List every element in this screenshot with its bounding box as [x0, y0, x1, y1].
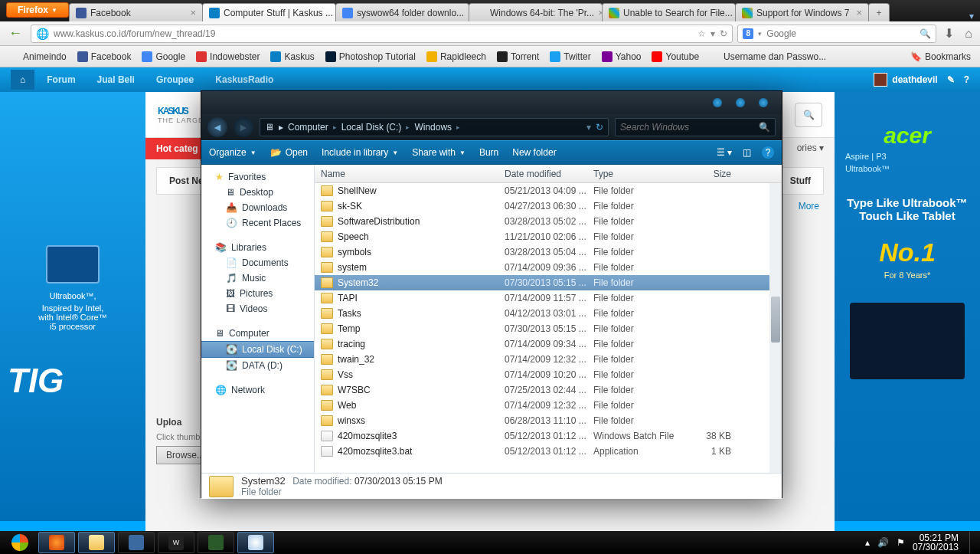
- taskbar-app-explorer[interactable]: [78, 532, 115, 553]
- nav-item[interactable]: 🖼Pictures: [201, 286, 314, 301]
- nav-link[interactable]: Jual Beli: [88, 70, 144, 90]
- column-type[interactable]: Type: [593, 169, 678, 179]
- file-row[interactable]: ShellNew05/21/2013 04:09 ...File folder: [315, 183, 782, 198]
- open-button[interactable]: 📂Open: [270, 147, 308, 158]
- search-icon[interactable]: 🔍: [759, 122, 770, 133]
- window-titlebar[interactable]: [201, 91, 782, 114]
- url-bar[interactable]: 🌐 ☆ ▾ ↻: [31, 25, 733, 43]
- taskbar-app[interactable]: [198, 532, 234, 553]
- dropdown-icon[interactable]: ▾: [586, 122, 591, 133]
- nav-group-network[interactable]: 🌐Network: [201, 382, 314, 398]
- file-row[interactable]: twain_3207/14/2009 12:32 ...File folder: [315, 352, 782, 367]
- close-icon[interactable]: ×: [190, 7, 196, 18]
- forward-button[interactable]: ►: [234, 117, 253, 137]
- user-menu[interactable]: deathdevil: [874, 73, 937, 87]
- browser-tab[interactable]: Support for Windows 7×: [735, 3, 869, 21]
- nav-item[interactable]: 🎵Music: [201, 270, 314, 286]
- preview-pane-button[interactable]: ◫: [743, 147, 751, 158]
- bookmark-item[interactable]: Kaskus: [266, 50, 318, 64]
- browser-tab[interactable]: syswow64 folder downlo...×: [335, 3, 469, 21]
- browser-tab[interactable]: Windows 64-bit: The 'Pr...×: [469, 3, 603, 21]
- taskbar-app[interactable]: [118, 532, 155, 553]
- nav-item[interactable]: 🎞Videos: [201, 301, 314, 316]
- new-tab-button[interactable]: +: [868, 3, 890, 21]
- start-button[interactable]: [5, 532, 35, 553]
- file-row[interactable]: Tasks04/12/2013 03:01 ...File folder: [315, 306, 782, 321]
- search-button[interactable]: 🔍: [795, 103, 822, 127]
- browser-tab[interactable]: Computer Stuff | Kaskus ...×: [202, 3, 336, 21]
- breadcrumb-item[interactable]: Windows▸: [414, 122, 460, 133]
- share-with-button[interactable]: Share with▼: [412, 147, 466, 158]
- minimize-button[interactable]: [713, 98, 722, 107]
- back-button[interactable]: ←: [5, 23, 26, 44]
- file-row[interactable]: 420mozsqlite3.bat05/12/2013 01:12 ...App…: [315, 444, 782, 459]
- categories-dropdown[interactable]: ories ▾: [786, 138, 835, 159]
- browser-tab[interactable]: Facebook×: [69, 3, 203, 21]
- file-row[interactable]: SoftwareDistribution03/28/2013 05:02 ...…: [315, 214, 782, 229]
- search-icon[interactable]: 🔍: [920, 28, 931, 39]
- reload-icon[interactable]: ↻: [720, 28, 727, 39]
- tab-stuff[interactable]: Stuff: [778, 168, 823, 194]
- downloads-button[interactable]: ⬇: [941, 26, 957, 41]
- file-row[interactable]: Web07/14/2009 12:32 ...File folder: [315, 398, 782, 413]
- home-icon[interactable]: ⌂: [11, 70, 34, 90]
- breadcrumb-item[interactable]: Computer▸: [288, 122, 337, 133]
- breadcrumb-bar[interactable]: 🖥 ▸ Computer▸ Local Disk (C:)▸ Windows▸ …: [260, 118, 609, 136]
- bookmark-item[interactable]: Photoshop Tutorial: [321, 50, 420, 64]
- ad-banner-left[interactable]: Ultrabook™, Inspired by Intel, with Inte…: [0, 92, 145, 521]
- search-input[interactable]: [766, 28, 915, 39]
- new-folder-button[interactable]: New folder: [512, 147, 556, 158]
- tray-flag-icon[interactable]: ⚑: [897, 537, 905, 548]
- nav-group-libraries[interactable]: 📚Libraries: [201, 240, 314, 255]
- bookmark-item[interactable]: Google: [137, 50, 190, 64]
- nav-item[interactable]: 🖥Desktop: [201, 185, 314, 200]
- tray-volume-icon[interactable]: 🔊: [877, 537, 889, 548]
- show-desktop-button[interactable]: [969, 532, 975, 553]
- tab-list-button[interactable]: ▾: [963, 11, 980, 21]
- bookmark-item[interactable]: Rapidleech: [422, 50, 491, 64]
- home-button[interactable]: ⌂: [962, 27, 975, 41]
- search-bar[interactable]: 8▾ 🔍: [737, 25, 936, 43]
- file-row[interactable]: Temp07/30/2013 05:15 ...File folder: [315, 321, 782, 336]
- bookmark-item[interactable]: Animeindo: [5, 50, 71, 64]
- firefox-menu-button[interactable]: Firefox▼: [6, 2, 69, 18]
- close-icon[interactable]: ×: [856, 7, 862, 18]
- file-row[interactable]: sk-SK04/27/2013 06:30 ...File folder: [315, 198, 782, 214]
- nav-item-local-disk-c[interactable]: 💽Local Disk (C:): [201, 341, 314, 358]
- bookmark-star-icon[interactable]: ☆: [697, 28, 706, 39]
- column-date[interactable]: Date modified: [505, 169, 593, 179]
- file-row[interactable]: 420mozsqlite305/12/2013 01:12 ...Windows…: [315, 428, 782, 444]
- bookmark-item[interactable]: Indowebster: [191, 50, 264, 64]
- nav-item[interactable]: 💽DATA (D:): [201, 358, 314, 373]
- explorer-search-input[interactable]: [620, 122, 759, 133]
- close-button[interactable]: [759, 98, 768, 107]
- file-row[interactable]: system07/14/2009 09:36 ...File folder: [315, 260, 782, 275]
- bookmark-item[interactable]: Username dan Passwo...: [705, 50, 831, 64]
- bookmark-item[interactable]: Facebook: [73, 50, 136, 64]
- help-icon[interactable]: ?: [964, 74, 969, 85]
- bookmark-item[interactable]: Torrent: [492, 50, 544, 64]
- nav-item[interactable]: 📄Documents: [201, 255, 314, 270]
- taskbar-app-firefox[interactable]: [38, 532, 75, 553]
- ad-banner-right[interactable]: acer Aspire | P3 Ultrabook™ Type Like Ul…: [835, 92, 980, 521]
- breadcrumb-item[interactable]: Local Disk (C:)▸: [341, 122, 410, 133]
- column-size[interactable]: Size: [678, 169, 731, 179]
- file-row[interactable]: System3207/30/2013 05:15 ...File folder: [315, 275, 782, 290]
- nav-link[interactable]: Groupee: [147, 70, 203, 90]
- file-row[interactable]: W7SBC07/25/2013 02:44 ...File folder: [315, 382, 782, 398]
- nav-link[interactable]: KaskusRadio: [206, 70, 283, 90]
- file-row[interactable]: Speech11/21/2010 02:06 ...File folder: [315, 229, 782, 244]
- edit-icon[interactable]: ✎: [947, 74, 955, 85]
- taskbar-app[interactable]: W: [158, 532, 194, 553]
- maximize-button[interactable]: [736, 98, 745, 107]
- refresh-icon[interactable]: ↻: [596, 122, 603, 133]
- help-icon[interactable]: ?: [762, 146, 774, 159]
- include-library-button[interactable]: Include in library▼: [322, 147, 398, 158]
- tray-show-hidden-icon[interactable]: ▴: [865, 537, 870, 548]
- file-row[interactable]: tracing07/14/2009 09:34 ...File folder: [315, 336, 782, 352]
- file-row[interactable]: TAPI07/14/2009 11:57 ...File folder: [315, 290, 782, 306]
- bookmark-item[interactable]: Yahoo: [597, 50, 646, 64]
- nav-item[interactable]: 📥Downloads: [201, 200, 314, 215]
- file-row[interactable]: winsxs06/28/2013 11:10 ...File folder: [315, 413, 782, 428]
- browser-tab[interactable]: Unable to Search for File...×: [602, 3, 736, 21]
